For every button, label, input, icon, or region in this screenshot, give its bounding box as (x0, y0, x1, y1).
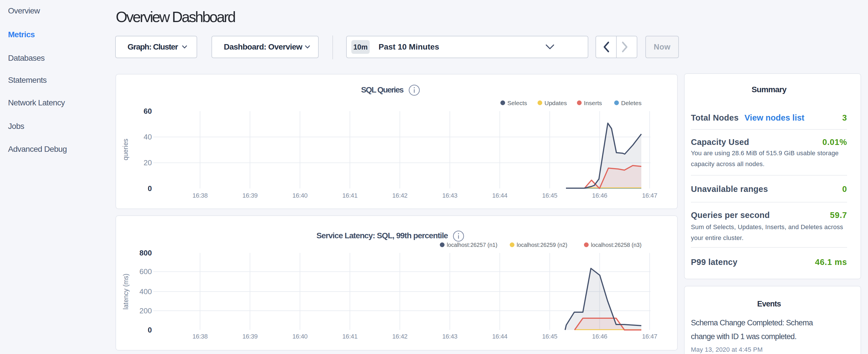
svg-text:localhost:26258 (n3): localhost:26258 (n3) (591, 242, 642, 248)
svg-text:60: 60 (144, 107, 152, 116)
svg-text:latency (ms): latency (ms) (122, 273, 129, 309)
svg-text:16:42: 16:42 (392, 333, 407, 340)
svg-text:Updates: Updates (545, 100, 567, 106)
svg-text:localhost:26257 (n1): localhost:26257 (n1) (447, 242, 497, 248)
svg-text:200: 200 (140, 307, 152, 315)
svg-text:40: 40 (144, 133, 152, 141)
svg-text:16:41: 16:41 (342, 333, 358, 340)
svg-text:Service Latency: SQL, 99th per: Service Latency: SQL, 99th percentile (316, 231, 448, 240)
svg-text:0: 0 (148, 184, 152, 193)
svg-text:Inserts: Inserts (584, 100, 602, 106)
svg-text:16:42: 16:42 (392, 192, 407, 199)
svg-text:16:45: 16:45 (542, 333, 557, 340)
svg-text:Deletes: Deletes (621, 100, 642, 106)
svg-text:0: 0 (148, 326, 152, 334)
svg-text:SQL Queries: SQL Queries (361, 85, 404, 94)
svg-text:16:40: 16:40 (292, 192, 308, 199)
svg-text:16:44: 16:44 (492, 192, 507, 199)
svg-text:16:44: 16:44 (492, 333, 507, 340)
svg-text:16:41: 16:41 (342, 192, 358, 199)
svg-text:16:47: 16:47 (642, 192, 657, 199)
svg-text:16:46: 16:46 (592, 192, 607, 199)
svg-text:16:47: 16:47 (642, 333, 657, 340)
svg-text:localhost:26259 (n2): localhost:26259 (n2) (517, 242, 567, 248)
svg-text:queries: queries (122, 139, 129, 160)
svg-text:16:39: 16:39 (242, 333, 258, 340)
svg-text:16:43: 16:43 (442, 192, 457, 199)
svg-text:16:45: 16:45 (542, 192, 557, 199)
svg-text:Selects: Selects (507, 100, 527, 106)
svg-text:800: 800 (140, 249, 152, 257)
svg-text:16:43: 16:43 (442, 333, 457, 340)
svg-text:400: 400 (140, 287, 152, 296)
svg-text:16:46: 16:46 (592, 333, 607, 340)
svg-text:600: 600 (140, 267, 152, 276)
svg-text:20: 20 (144, 158, 152, 167)
svg-text:16:38: 16:38 (192, 192, 208, 199)
svg-text:16:39: 16:39 (242, 192, 258, 199)
svg-text:16:38: 16:38 (192, 333, 208, 340)
svg-text:16:40: 16:40 (292, 333, 308, 340)
